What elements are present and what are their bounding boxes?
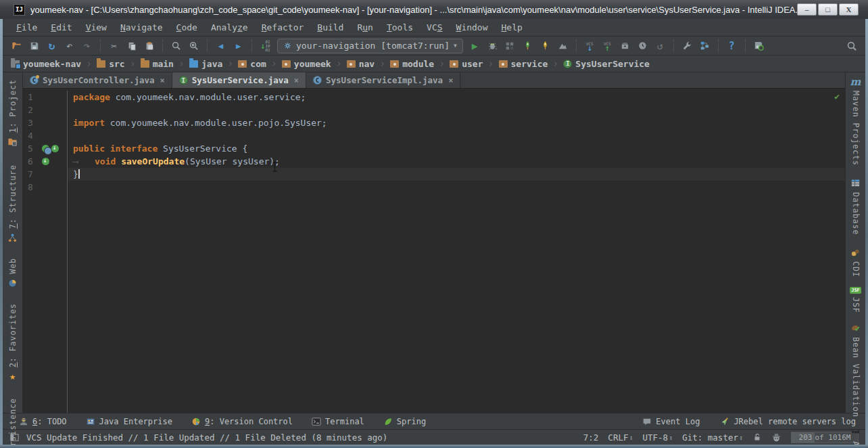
gutter-line[interactable]: 4 — [23, 129, 67, 142]
event-log-button[interactable]: Event Log — [642, 417, 700, 426]
menu-item-file[interactable]: File — [9, 20, 44, 35]
code-line[interactable]: package com.youmeek.nav.module.user.serv… — [68, 91, 845, 104]
project-structure-button[interactable] — [696, 38, 713, 54]
breadcrumb-item[interactable]: ISysUserService — [562, 59, 651, 69]
gutter-line[interactable]: 5 — [23, 142, 67, 155]
breadcrumb-item[interactable]: user — [448, 59, 484, 69]
code-line[interactable]: } — [68, 168, 845, 181]
unlock-icon[interactable] — [752, 432, 762, 442]
profile-button[interactable] — [554, 38, 571, 54]
git-branch-widget[interactable]: Git: master↕ — [682, 432, 743, 443]
breadcrumb-item[interactable]: nav — [345, 59, 376, 69]
jrebel-sync-button[interactable] — [750, 38, 767, 54]
implemented-gutter-icon[interactable] — [42, 145, 49, 152]
menu-item-window[interactable]: Window — [450, 20, 495, 35]
menu-item-analyze[interactable]: Analyze — [204, 20, 255, 35]
menu-item-build[interactable]: Build — [310, 20, 350, 35]
run-with-jrebel-button[interactable] — [519, 38, 536, 54]
save-all-button[interactable] — [26, 38, 43, 54]
menu-item-vcs[interactable]: VCS — [420, 20, 449, 35]
tool-button-cdi[interactable]: CDI — [850, 247, 861, 277]
implement-gutter-icon[interactable] — [51, 145, 59, 152]
tool-button-spring[interactable]: Spring — [383, 417, 426, 426]
bytecode-viewer-button[interactable]: ↓ 011001 — [257, 38, 274, 54]
run-config-selector[interactable]: your-navigation [tomcat7:run] ▼ — [277, 39, 463, 53]
breadcrumb-item[interactable]: youmeek — [281, 59, 333, 69]
gutter-line[interactable]: 3 — [23, 116, 67, 129]
close-button[interactable]: X — [839, 3, 859, 16]
coverage-button[interactable] — [502, 38, 519, 54]
copy-button[interactable] — [123, 38, 140, 54]
line-ending-widget[interactable]: CRLF↕ — [608, 432, 633, 443]
tool-button-project[interactable]: 1: Project — [7, 79, 18, 147]
cut-button[interactable]: ✂ — [105, 38, 122, 54]
tool-button-favorites[interactable]: 2: Favorites ★ — [7, 303, 18, 382]
run-button[interactable]: ▶ — [466, 38, 483, 54]
tool-button-maven-projects[interactable]: m Maven Projects — [850, 76, 861, 166]
forward-button[interactable]: ▶ — [230, 38, 247, 54]
code-editor[interactable]: 12345678 package com.youmeek.nav.module.… — [23, 89, 845, 413]
tool-button-java-enterprise[interactable]: Java Enterprise — [86, 417, 172, 426]
hector-inspections-icon[interactable] — [771, 432, 781, 443]
editor-gutter[interactable]: 12345678 — [23, 91, 68, 413]
gutter-line[interactable]: 8 — [23, 181, 67, 194]
caret-position-widget[interactable]: 7:2 — [583, 432, 599, 443]
menu-item-navigate[interactable]: Navigate — [114, 20, 170, 35]
debug-button[interactable] — [484, 38, 501, 54]
minimize-button[interactable]: – — [797, 3, 817, 16]
breadcrumb-item[interactable]: main — [139, 59, 175, 69]
code-line[interactable]: ⟶void saveOrUpdate(SysUser sysUser); — [68, 155, 845, 168]
breadcrumb-item[interactable]: java — [188, 59, 224, 69]
close-tab-icon[interactable]: × — [160, 76, 165, 85]
help-button[interactable]: ? — [723, 38, 740, 54]
tool-button-structure[interactable]: 7: Structure — [7, 164, 18, 243]
tool-button-todo[interactable]: 6: TODO — [19, 417, 67, 426]
code-line[interactable] — [68, 181, 845, 194]
tool-button-persistence[interactable]: Persistence — [7, 398, 18, 448]
editor-tab-sysusercontroller[interactable]: C SysUserController.java × — [23, 72, 172, 88]
code-column[interactable]: package com.youmeek.nav.module.user.serv… — [68, 91, 845, 413]
back-button[interactable]: ◀ — [212, 38, 229, 54]
menu-item-view[interactable]: View — [79, 20, 114, 35]
jrebel-log-button[interactable]: JRebel remote servers log — [720, 417, 856, 426]
tool-button-database[interactable]: Database — [850, 178, 861, 235]
maximize-button[interactable]: □ — [818, 3, 838, 16]
breadcrumb-item[interactable]: module — [389, 59, 435, 69]
editor-tab-sysuserserviceimpl[interactable]: C SysUserServiceImpl.java × — [306, 72, 460, 88]
gutter-line[interactable]: 2 — [23, 104, 67, 116]
code-line[interactable] — [68, 104, 845, 116]
menu-item-tools[interactable]: Tools — [380, 20, 420, 35]
shelve-button[interactable] — [617, 38, 633, 54]
replace-button[interactable] — [185, 38, 202, 54]
breadcrumb-item[interactable]: src — [95, 59, 126, 69]
menu-item-code[interactable]: Code — [170, 20, 204, 35]
close-tab-icon[interactable]: × — [448, 76, 453, 85]
open-project-button[interactable] — [8, 38, 25, 54]
inspection-ok-icon[interactable]: ✔ — [834, 91, 840, 102]
synchronize-button[interactable]: ↻ — [43, 38, 60, 54]
code-line[interactable] — [68, 129, 845, 142]
redo-button[interactable]: ↷ — [78, 38, 95, 54]
rollback-button[interactable]: ↺ — [652, 38, 669, 54]
commit-changes-button[interactable]: VCS ↑ — [599, 38, 616, 54]
menu-item-refactor[interactable]: Refactor — [255, 20, 311, 35]
menu-item-help[interactable]: Help — [495, 20, 529, 35]
encoding-widget[interactable]: UTF-8↕ — [643, 432, 673, 443]
code-line[interactable]: import com.youmeek.nav.module.user.pojo.… — [68, 116, 845, 129]
find-button[interactable] — [168, 38, 185, 54]
breadcrumb-item[interactable]: service — [498, 59, 550, 69]
gutter-line[interactable]: 1 — [23, 91, 67, 104]
memory-indicator[interactable]: 203of 1016M — [791, 432, 859, 443]
implement-gutter-icon[interactable] — [42, 158, 49, 165]
tool-button-bean-validation[interactable]: Bean Validation — [850, 323, 861, 418]
update-project-button[interactable]: VCS ↓ — [581, 38, 598, 54]
tool-button-version-control[interactable]: 9: Version Control — [191, 417, 293, 426]
editor-tab-sysuserservice[interactable]: I SysUserService.java × — [172, 72, 306, 88]
local-history-button[interactable] — [634, 38, 651, 54]
code-line[interactable]: public interface SysUserService { — [68, 142, 845, 155]
tool-button-jsf[interactable]: JSF JSF — [850, 287, 861, 313]
gutter-line[interactable]: 7 — [23, 168, 67, 181]
menu-item-run[interactable]: Run — [350, 20, 379, 35]
breadcrumb-item[interactable]: youmeek-nav — [9, 59, 82, 69]
tool-button-terminal[interactable]: Terminal — [312, 417, 364, 426]
